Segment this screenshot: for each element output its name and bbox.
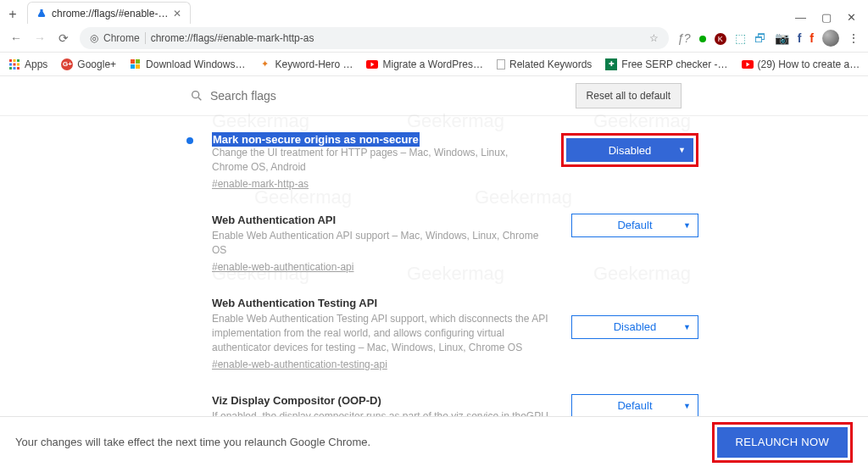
bookmark-item[interactable]: Migrate a WordPres… bbox=[366, 58, 482, 70]
keyword-hero-icon: ✦ bbox=[259, 58, 270, 70]
window-maximize-button[interactable]: ▢ bbox=[821, 11, 832, 24]
address-bar: ← → ⟳ ◎ Chrome chrome://flags/#enable-ma… bbox=[0, 24, 868, 53]
window-titlebar: + chrome://flags/#enable-… ✕ — ▢ ✕ bbox=[0, 0, 868, 24]
svg-rect-8 bbox=[17, 67, 19, 69]
forward-button[interactable]: → bbox=[32, 31, 47, 45]
svg-point-16 bbox=[192, 92, 199, 98]
chevron-down-icon: ▼ bbox=[683, 323, 691, 331]
select-value: Disabled bbox=[614, 320, 657, 333]
ext-icon[interactable]: 🗗 bbox=[754, 31, 766, 45]
flag-state-select[interactable]: Disabled▼ bbox=[566, 138, 693, 162]
ext-icon[interactable]: f bbox=[810, 31, 814, 45]
window-close-button[interactable]: ✕ bbox=[847, 11, 856, 24]
bookmark-item[interactable]: (29) How to create a… bbox=[742, 58, 860, 70]
flag-hash-link[interactable]: #enable-mark-http-as bbox=[212, 178, 309, 190]
windows-icon bbox=[130, 58, 142, 70]
bookmarks-bar: Apps G+Google+Download Windows…✦Keyword-… bbox=[0, 53, 868, 76]
flag-hash-link[interactable]: #enable-web-authentication-testing-api bbox=[212, 359, 387, 370]
tab-title: chrome://flags/#enable-… bbox=[52, 8, 168, 19]
extension-icons: ƒ? K ⬚ 🗗 📷 f f ⋮ bbox=[677, 30, 860, 47]
omnibox[interactable]: ◎ Chrome chrome://flags/#enable-mark-htt… bbox=[80, 27, 669, 49]
page-content: Geekermag Geekermag Geekermag Geekermag … bbox=[0, 76, 868, 467]
bookmark-label: Keyword-Hero … bbox=[275, 58, 353, 70]
search-flags-box[interactable] bbox=[186, 84, 565, 108]
svg-rect-2 bbox=[17, 59, 19, 62]
profile-avatar[interactable] bbox=[822, 30, 839, 47]
svg-rect-6 bbox=[9, 67, 12, 69]
flag-state-select[interactable]: Default▼ bbox=[571, 394, 698, 418]
annotation-highlight: Disabled▼ bbox=[561, 133, 698, 167]
flag-row: Web Authentication Testing APIEnable Web… bbox=[186, 285, 698, 382]
ext-icon[interactable]: ⬚ bbox=[735, 31, 746, 45]
ext-icon[interactable]: f bbox=[798, 31, 802, 45]
ext-icon[interactable]: K bbox=[715, 31, 726, 45]
bookmark-item[interactable]: ✚Free SERP checker -… bbox=[605, 58, 727, 70]
youtube-icon bbox=[742, 58, 754, 70]
svg-rect-12 bbox=[136, 64, 140, 69]
new-tab-button[interactable]: + bbox=[3, 5, 22, 24]
bookmark-label: Download Windows… bbox=[146, 58, 245, 70]
flag-row: Mark non-secure origins as non-secureCha… bbox=[186, 121, 698, 202]
bookmark-item[interactable]: G+Google+ bbox=[61, 58, 116, 70]
relaunch-now-button[interactable]: RELAUNCH NOW bbox=[717, 427, 849, 458]
flag-row: Web Authentication APIEnable Web Authent… bbox=[186, 202, 698, 285]
bookmark-label: Related Keywords bbox=[509, 58, 592, 70]
relaunch-footer: Your changes will take effect the next t… bbox=[0, 416, 868, 467]
svg-line-17 bbox=[198, 97, 201, 100]
ext-icon[interactable] bbox=[699, 31, 706, 45]
chevron-down-icon: ▼ bbox=[683, 221, 691, 230]
reload-button[interactable]: ⟳ bbox=[56, 31, 71, 45]
apps-shortcut[interactable]: Apps bbox=[8, 58, 47, 70]
svg-rect-5 bbox=[17, 63, 19, 65]
site-info-icon[interactable]: ◎ bbox=[90, 32, 98, 44]
select-value: Default bbox=[617, 399, 652, 412]
search-icon bbox=[190, 89, 203, 103]
window-minimize-button[interactable]: — bbox=[795, 11, 806, 24]
bookmark-item[interactable]: Related Keywords bbox=[497, 58, 592, 70]
search-input[interactable] bbox=[210, 89, 562, 103]
omnibox-divider bbox=[145, 32, 146, 44]
annotation-highlight: RELAUNCH NOW bbox=[712, 422, 854, 463]
flag-title: Web Authentication Testing API bbox=[212, 297, 554, 309]
chrome-menu-button[interactable]: ⋮ bbox=[848, 31, 860, 45]
select-value: Disabled bbox=[609, 144, 652, 157]
bookmark-item[interactable]: ✦Keyword-Hero … bbox=[259, 58, 353, 70]
flag-title: Viz Display Compositor (OOP-D) bbox=[212, 394, 554, 407]
browser-tab[interactable]: chrome://flags/#enable-… ✕ bbox=[27, 2, 191, 24]
back-button[interactable]: ← bbox=[8, 31, 24, 45]
flag-title: Web Authentication API bbox=[212, 214, 554, 226]
svg-rect-7 bbox=[14, 67, 16, 69]
bookmark-label: Free SERP checker -… bbox=[621, 58, 727, 70]
bookmark-label: (29) How to create a… bbox=[758, 58, 860, 70]
apps-icon bbox=[8, 58, 20, 70]
bookmark-label: Google+ bbox=[77, 58, 116, 70]
svg-rect-9 bbox=[131, 59, 135, 64]
svg-rect-0 bbox=[9, 59, 12, 62]
flag-description: Enable Web Authentication API support – … bbox=[212, 229, 554, 259]
apps-label: Apps bbox=[25, 58, 47, 70]
modified-dot-icon bbox=[186, 137, 193, 144]
bookmark-label: Migrate a WordPres… bbox=[382, 58, 482, 70]
ext-icon[interactable]: ƒ? bbox=[677, 31, 691, 45]
tab-close-icon[interactable]: ✕ bbox=[173, 8, 181, 19]
svg-rect-11 bbox=[131, 64, 135, 69]
omnibox-chip: Chrome bbox=[103, 32, 140, 44]
youtube-icon bbox=[366, 58, 378, 70]
flag-hash-link[interactable]: #enable-web-authentication-api bbox=[212, 261, 353, 273]
footer-message: Your changes will take effect the next t… bbox=[15, 436, 370, 448]
svg-rect-1 bbox=[14, 59, 16, 62]
flag-title: Mark non-secure origins as non-secure bbox=[212, 133, 544, 146]
flask-icon bbox=[36, 8, 47, 19]
bookmark-star-icon[interactable]: ☆ bbox=[649, 32, 659, 44]
chevron-down-icon: ▼ bbox=[683, 402, 691, 410]
reset-all-button[interactable]: Reset all to default bbox=[576, 83, 682, 108]
select-value: Default bbox=[617, 219, 652, 231]
flag-state-select[interactable]: Disabled▼ bbox=[571, 315, 698, 339]
svg-rect-3 bbox=[9, 63, 12, 65]
svg-rect-4 bbox=[14, 63, 16, 65]
bookmark-item[interactable]: Download Windows… bbox=[130, 58, 245, 70]
ext-icon[interactable]: 📷 bbox=[775, 31, 789, 45]
serp-icon: ✚ bbox=[605, 58, 617, 70]
flag-description: Change the UI treatment for HTTP pages –… bbox=[212, 146, 544, 175]
flag-state-select[interactable]: Default▼ bbox=[571, 214, 698, 237]
